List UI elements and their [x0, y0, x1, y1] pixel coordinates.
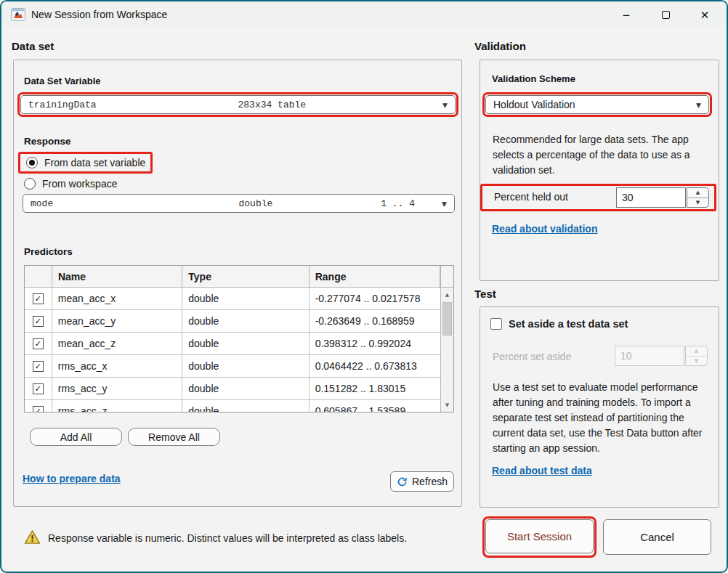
predictors-table-body: ✓ mean_acc_x double -0.277074 .. 0.02175…: [25, 288, 440, 413]
dropdown-arrow-icon: ▼: [696, 102, 701, 109]
dataset-panel: Data Set Variable trainingData 283x34 ta…: [13, 60, 462, 507]
start-session-button[interactable]: Start Session: [485, 519, 594, 553]
cancel-button[interactable]: Cancel: [603, 519, 711, 555]
predictor-checkbox[interactable]: ✓: [25, 310, 52, 332]
response-from-workspace-radio[interactable]: From workspace: [24, 178, 117, 190]
predictors-table: Name Type Range ✓ mean_acc_x double -0.2…: [24, 265, 454, 413]
maximize-button[interactable]: [650, 1, 682, 28]
response-variable-dropdown[interactable]: mode double 1 .. 4 ▼: [23, 194, 455, 213]
checkbox-checked-icon: ✓: [33, 316, 44, 327]
minimize-button[interactable]: ─: [610, 1, 642, 28]
dialog-window: New Session from Workspace ─ ✕ Data set …: [0, 0, 728, 573]
set-aside-test-checkbox[interactable]: Set aside a test data set: [490, 318, 628, 330]
dataset-variable-highlight: trainingData 283x34 table ▼: [17, 92, 458, 117]
percent-set-aside-input[interactable]: 10: [615, 346, 684, 366]
predictor-checkbox[interactable]: ✓: [25, 355, 52, 377]
validation-scheme-value: Holdout Validation: [493, 99, 575, 110]
predictors-table-header: Name Type Range: [25, 266, 453, 288]
scrollbar-thumb[interactable]: [442, 302, 452, 336]
percent-set-aside-spinner[interactable]: ▲ ▼: [685, 346, 708, 366]
checkbox-checked-icon: ✓: [33, 383, 44, 394]
refresh-icon: [397, 476, 408, 487]
validation-scheme-highlight: Holdout Validation ▼: [482, 92, 712, 117]
check-icon: ✓: [35, 407, 41, 413]
predictor-range: 0.0464422 .. 0.673813: [310, 355, 440, 377]
predictor-row[interactable]: ✓ mean_acc_z double 0.398312 .. 0.992024: [25, 333, 440, 355]
spinner-down-icon[interactable]: ▼: [686, 356, 707, 366]
check-icon: ✓: [35, 340, 41, 348]
predictor-row[interactable]: ✓ mean_acc_y double -0.263649 .. 0.16895…: [25, 310, 440, 333]
header-scroll-spacer: [440, 266, 453, 287]
header-range: Range: [310, 266, 440, 287]
add-all-button[interactable]: Add All: [30, 428, 122, 446]
checkbox-checked-icon: ✓: [33, 338, 44, 349]
scroll-down-icon[interactable]: ▼: [441, 400, 453, 410]
predictor-row[interactable]: ✓ rms_acc_z double 0.605867 .. 1.53589: [25, 400, 440, 413]
warning-icon: [24, 529, 41, 548]
predictor-type: double: [182, 400, 309, 413]
window-title: New Session from Workspace: [31, 9, 167, 20]
response-option2-label: From workspace: [42, 178, 117, 190]
dataset-variable-label: Data Set Variable: [24, 76, 101, 86]
percent-held-out-highlight: Percent held out 30 ▲ ▼: [480, 184, 716, 211]
read-about-validation-link[interactable]: Read about validation: [492, 223, 597, 235]
predictor-checkbox[interactable]: ✓: [25, 400, 52, 413]
validation-panel: Validation Scheme Holdout Validation ▼ R…: [480, 60, 719, 281]
test-heading: Test: [474, 288, 496, 300]
spinner-up-icon[interactable]: ▲: [686, 346, 707, 356]
set-aside-test-label: Set aside a test data set: [509, 318, 628, 330]
predictor-range: -0.277074 .. 0.0217578: [310, 288, 440, 309]
validation-heading: Validation: [474, 40, 526, 52]
percent-held-out-input[interactable]: 30: [616, 187, 686, 208]
refresh-label: Refresh: [412, 476, 448, 487]
dropdown-arrow-icon: ▼: [442, 200, 447, 208]
predictor-checkbox[interactable]: ✓: [25, 333, 52, 354]
maximize-icon: [662, 11, 670, 19]
dataset-variable-type: 283x34 table: [238, 99, 307, 110]
scroll-up-icon[interactable]: ▲: [441, 290, 453, 300]
predictor-type: double: [182, 288, 309, 309]
remove-all-button[interactable]: Remove All: [128, 428, 220, 446]
radio-unselected-icon: [24, 178, 36, 190]
predictor-checkbox[interactable]: ✓: [25, 378, 52, 399]
predictor-name: mean_acc_y: [52, 310, 182, 332]
matlab-app-icon: [11, 8, 25, 21]
predictor-row[interactable]: ✓ mean_acc_x double -0.277074 .. 0.02175…: [25, 288, 440, 310]
response-from-dataset-highlight: From data set variable: [18, 152, 153, 174]
dataset-heading: Data set: [12, 40, 54, 52]
close-button[interactable]: ✕: [689, 1, 721, 28]
read-about-test-data-link[interactable]: Read about test data: [492, 465, 592, 476]
predictors-label: Predictors: [24, 246, 73, 257]
dataset-variable-value: trainingData: [28, 99, 97, 110]
predictor-checkbox[interactable]: ✓: [25, 288, 52, 309]
checkbox-checked-icon: ✓: [33, 406, 44, 413]
title-bar: New Session from Workspace ─ ✕: [1, 1, 727, 28]
response-from-dataset-radio[interactable]: From data set variable: [26, 157, 145, 168]
warning-message: Response variable is numeric. Distinct v…: [48, 532, 407, 544]
response-variable-range: 1 .. 4: [381, 198, 415, 209]
predictor-name: rms_acc_z: [52, 400, 182, 413]
refresh-button[interactable]: Refresh: [390, 471, 454, 492]
checkbox-unchecked-icon: [490, 318, 502, 330]
predictor-row[interactable]: ✓ rms_acc_x double 0.0464422 .. 0.673813: [25, 355, 440, 378]
dataset-variable-dropdown[interactable]: trainingData 283x34 table ▼: [20, 95, 456, 114]
response-variable-value: mode: [31, 198, 53, 209]
checkbox-checked-icon: ✓: [33, 293, 44, 304]
predictor-row[interactable]: ✓ rms_acc_y double 0.151282 .. 1.83015: [25, 378, 440, 400]
predictor-type: double: [182, 355, 309, 377]
percent-held-out-spinner[interactable]: ▲ ▼: [687, 187, 709, 208]
predictor-range: 0.605867 .. 1.53589: [310, 400, 440, 413]
spinner-up-icon[interactable]: ▲: [687, 188, 708, 198]
checkbox-checked-icon: ✓: [33, 361, 44, 372]
predictor-type: double: [182, 310, 309, 332]
predictor-name: mean_acc_z: [52, 333, 182, 354]
response-variable-type: double: [239, 198, 273, 209]
test-description: Use a test set to evaluate model perform…: [493, 380, 711, 456]
validation-scheme-dropdown[interactable]: Holdout Validation ▼: [485, 95, 709, 114]
response-option1-label: From data set variable: [44, 157, 145, 168]
start-session-highlight: Start Session: [482, 516, 596, 558]
spinner-down-icon[interactable]: ▼: [687, 198, 708, 208]
test-panel: Set aside a test data set Percent set as…: [480, 306, 719, 508]
predictors-scrollbar[interactable]: ▲ ▼: [440, 288, 453, 412]
prepare-data-link[interactable]: How to prepare data: [23, 473, 121, 484]
